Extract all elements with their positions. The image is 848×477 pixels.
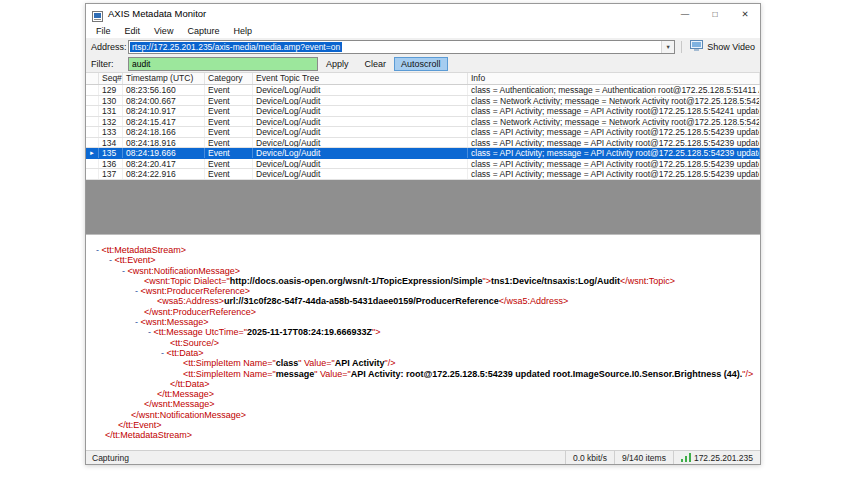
autoscroll-toggle[interactable]: Autoscroll [394,57,448,71]
cell-timestamp: 08:24:00.667 [123,96,205,106]
menu-capture[interactable]: Capture [180,26,226,36]
dropdown-arrow-icon[interactable]: ▾ [661,41,674,53]
xml-tag: " Value=" [298,358,335,368]
xml-line: <tt:Source/> [96,338,760,348]
table-row[interactable]: 13408:24:18.916EventDevice/Log/Auditclas… [86,138,760,149]
window-controls: — □ ✕ [670,4,760,23]
table-row[interactable]: 13708:24:22.916EventDevice/Log/Auditclas… [86,169,760,180]
xml-line: </wsnt:ProducerReference> [96,307,760,317]
show-video-label[interactable]: Show Video [707,42,755,52]
table-row[interactable]: ►13508:24:19.666EventDevice/Log/Auditcla… [86,148,760,159]
cell-topic: Device/Log/Audit [253,127,468,137]
table-row[interactable]: 12908:23:56.160EventDevice/Log/Auditclas… [86,85,760,96]
table-row[interactable]: 13608:24:20.417EventDevice/Log/Auditclas… [86,159,760,170]
close-button[interactable]: ✕ [730,4,760,23]
cell-category: Event [205,127,253,137]
xml-value: API Activity: root@172.25.128.5:54239 up… [351,369,743,379]
status-connection: 172.25.201.235 [673,451,760,464]
xml-tag: <wsnt:Message> [141,317,209,327]
cell-topic: Device/Log/Audit [253,85,468,95]
table-header: Seq# Timestamp (UTC) Category Event Topi… [86,72,760,85]
cell-timestamp: 08:23:56.160 [123,85,205,95]
xml-tag: </tt:Event> [118,420,162,430]
cell-info: class = Authentication; message = Authen… [468,85,760,95]
xml-tag: </wsnt:NotificationMessage> [131,410,246,420]
cell-seq: 134 [99,138,123,148]
header-category[interactable]: Category [205,73,253,84]
xml-line: </tt:Event> [96,420,760,430]
app-window: AXIS Metadata Monitor — □ ✕ File Edit Vi… [85,3,761,465]
xml-tree: - <tt:MetadataStream>- <tt:Event>- <wsnt… [86,234,760,450]
app-icon [92,8,103,19]
address-label: Address: [91,42,128,52]
xml-tag: <tt:Event> [115,255,156,265]
cell-category: Event [205,117,253,127]
table-row[interactable]: 13108:24:10.917EventDevice/Log/Auditclas… [86,106,760,117]
xml-line: <tt:SimpleItem Name="class" Value="API A… [96,358,760,368]
row-marker [86,85,99,95]
menu-edit[interactable]: Edit [118,26,148,36]
row-marker [86,106,99,116]
table-row[interactable]: 13208:24:15.417EventDevice/Log/Auditclas… [86,117,760,128]
table-row[interactable]: 13308:24:18.166EventDevice/Log/Auditclas… [86,127,760,138]
titlebar[interactable]: AXIS Metadata Monitor — □ ✕ [86,4,760,23]
xml-line: </tt:Message> [96,389,760,399]
cell-seq: 133 [99,127,123,137]
xml-tag: " Value=" [314,369,351,379]
xml-line: - <wsnt:ProducerReference> [96,286,760,296]
cell-timestamp: 08:24:18.166 [123,127,205,137]
header-timestamp[interactable]: Timestamp (UTC) [123,73,205,84]
maximize-button[interactable]: □ [700,4,730,23]
row-marker: ► [86,148,99,158]
cell-info: class = API Activity; message = API Acti… [468,127,760,137]
menu-view[interactable]: View [147,26,180,36]
cell-info: class = API Activity; message = API Acti… [468,106,760,116]
header-seq[interactable]: Seq# [99,73,123,84]
address-value[interactable]: rtsp://172.25.201.235/axis-media/media.a… [130,42,342,52]
cell-info: class = Network Activity; message = Netw… [468,96,760,106]
clear-button[interactable]: Clear [357,59,395,69]
xml-value: 2025-11-17T08:24:19.666933Z [247,327,372,337]
xml-tag: <wsnt:Topic Dialect=" [144,276,230,286]
xml-line: - <tt:Event> [96,255,760,265]
menu-file[interactable]: File [89,26,118,36]
xml-line: - <wsnt:NotificationMessage> [96,266,760,276]
xml-line: </tt:MetadataStream> [96,430,760,440]
cell-topic: Device/Log/Audit [253,96,468,106]
cell-category: Event [205,85,253,95]
menu-help[interactable]: Help [226,26,259,36]
cell-timestamp: 08:24:18.916 [123,138,205,148]
xml-line: </wsnt:NotificationMessage> [96,410,760,420]
address-combobox[interactable]: rtsp://172.25.201.235/axis-media/media.a… [128,40,675,54]
filter-input[interactable] [128,57,318,71]
xml-tag: <tt:Source/> [170,338,219,348]
xml-tag: </tt:Message> [157,389,214,399]
cell-seq: 130 [99,96,123,106]
xml-tag: </wsnt:Topic> [620,276,675,286]
video-monitor-icon [690,39,703,54]
xml-line: <wsa5:Address>url://31c0f28c-54f7-44da-a… [96,296,760,306]
xml-tag: "/> [384,358,395,368]
xml-tag: <wsnt:ProducerReference> [141,286,251,296]
xml-line: <wsnt:Topic Dialect="http://docs.oasis-o… [96,276,760,286]
cell-info: class = API Activity; message = API Acti… [468,159,760,169]
cell-category: Event [205,159,253,169]
xml-tag: "> [483,276,491,286]
header-info[interactable]: Info [468,73,760,84]
minimize-button[interactable]: — [670,4,700,23]
show-video-button[interactable] [688,40,704,54]
apply-button[interactable]: Apply [318,59,357,69]
cell-info: class = API Activity; message = API Acti… [468,169,760,179]
header-topic[interactable]: Event Topic Tree [253,73,468,84]
cell-timestamp: 08:24:20.417 [123,159,205,169]
xml-value: API Activity [335,358,385,368]
cell-info: class = API Activity; message = API Acti… [468,138,760,148]
table-empty-area [86,180,760,235]
table-row[interactable]: 13008:24:00.667EventDevice/Log/Auditclas… [86,96,760,107]
xml-value: tns1:Device/tnsaxis:Log/Audit [491,276,620,286]
cell-timestamp: 08:24:15.417 [123,117,205,127]
xml-line: - <wsnt:Message> [96,317,760,327]
cell-topic: Device/Log/Audit [253,159,468,169]
cell-category: Event [205,138,253,148]
cell-seq: 132 [99,117,123,127]
